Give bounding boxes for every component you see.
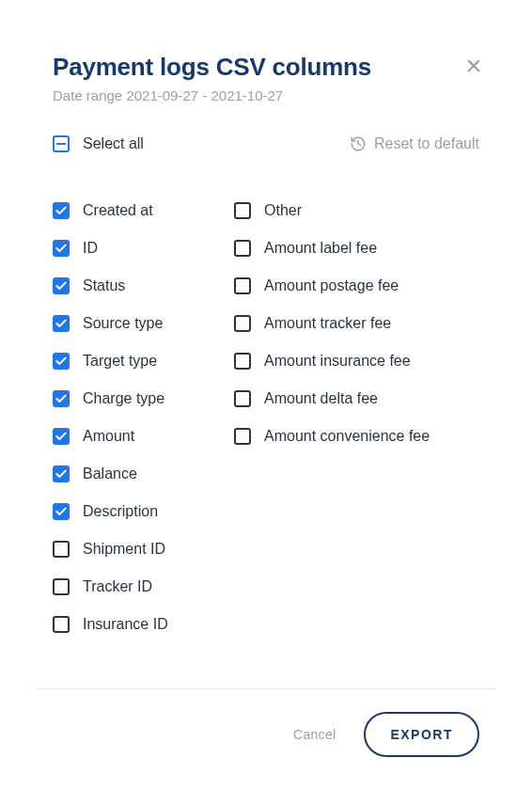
- column-checkbox-item[interactable]: Amount label fee: [234, 229, 479, 267]
- checkbox-unchecked-icon: [53, 578, 70, 595]
- checkbox-checked-icon: [53, 390, 70, 407]
- checkbox-checked-icon: [53, 466, 70, 482]
- checkbox-unchecked-icon: [53, 616, 70, 633]
- column-checkbox-label: Description: [83, 503, 158, 520]
- column-checkbox-label: Status: [83, 277, 125, 294]
- column-checkbox-label: Amount insurance fee: [264, 353, 411, 370]
- select-all-checkbox-indeterminate: [53, 135, 70, 152]
- column-checkbox-item[interactable]: Status: [53, 267, 234, 305]
- reset-label: Reset to default: [374, 135, 479, 152]
- column-checkbox-item[interactable]: Other: [234, 192, 479, 229]
- column-checkbox-label: Tracker ID: [83, 578, 152, 595]
- column-checkbox-item[interactable]: Target type: [53, 342, 234, 380]
- column-checkbox-label: Amount convenience fee: [264, 428, 430, 445]
- column-checkbox-item[interactable]: Amount: [53, 418, 234, 455]
- column-checkbox-item[interactable]: Shipment ID: [53, 530, 234, 568]
- checkbox-checked-icon: [53, 315, 70, 332]
- close-button[interactable]: [459, 51, 489, 81]
- checkbox-checked-icon: [53, 240, 70, 257]
- close-icon: [465, 57, 482, 74]
- column-checkbox-label: Amount tracker fee: [264, 315, 391, 332]
- column-checkbox-item[interactable]: Amount convenience fee: [234, 418, 479, 455]
- export-button[interactable]: EXPORT: [364, 712, 479, 757]
- checkbox-unchecked-icon: [234, 202, 251, 219]
- column-checkbox-item[interactable]: Insurance ID: [53, 606, 234, 643]
- dialog-footer: Cancel EXPORT: [53, 689, 479, 780]
- column-checkbox-item[interactable]: Description: [53, 493, 234, 530]
- cancel-button[interactable]: Cancel: [293, 727, 336, 742]
- history-icon: [350, 135, 367, 152]
- column-checkbox-item[interactable]: Balance: [53, 455, 234, 493]
- column-checkbox-item[interactable]: Amount delta fee: [234, 380, 479, 418]
- controls-row: Select all Reset to default: [53, 135, 479, 152]
- column-checkbox-item[interactable]: ID: [53, 229, 234, 267]
- column-checkbox-item[interactable]: Amount postage fee: [234, 267, 479, 305]
- dialog-header: Payment logs CSV columns Date range 2021…: [53, 53, 479, 103]
- select-all-toggle[interactable]: Select all: [53, 135, 144, 152]
- column-checkbox-label: Charge type: [83, 390, 164, 407]
- column-checkbox-label: Amount delta fee: [264, 390, 378, 407]
- column-checkbox-label: Insurance ID: [83, 616, 168, 633]
- column-checkbox-label: Balance: [83, 466, 137, 482]
- dialog-title: Payment logs CSV columns: [53, 53, 479, 82]
- checkbox-checked-icon: [53, 277, 70, 294]
- minus-icon: [56, 143, 66, 145]
- checkbox-unchecked-icon: [234, 353, 251, 370]
- columns-right: OtherAmount label feeAmount postage feeA…: [234, 192, 479, 643]
- checkbox-unchecked-icon: [234, 277, 251, 294]
- column-checkbox-item[interactable]: Amount tracker fee: [234, 305, 479, 342]
- column-checkbox-item[interactable]: Amount insurance fee: [234, 342, 479, 380]
- column-checkbox-label: Created at: [83, 202, 153, 219]
- column-checkbox-label: Source type: [83, 315, 163, 332]
- checkbox-checked-icon: [53, 202, 70, 219]
- column-checkbox-item[interactable]: Source type: [53, 305, 234, 342]
- columns-area: Created atIDStatusSource typeTarget type…: [53, 192, 479, 643]
- reset-to-default-button[interactable]: Reset to default: [350, 135, 479, 152]
- column-checkbox-label: Amount postage fee: [264, 277, 399, 294]
- checkbox-checked-icon: [53, 353, 70, 370]
- column-checkbox-label: Shipment ID: [83, 541, 165, 558]
- export-columns-dialog: Payment logs CSV columns Date range 2021…: [0, 0, 532, 780]
- column-checkbox-item[interactable]: Charge type: [53, 380, 234, 418]
- checkbox-checked-icon: [53, 428, 70, 445]
- checkbox-unchecked-icon: [234, 390, 251, 407]
- checkbox-checked-icon: [53, 503, 70, 520]
- column-checkbox-item[interactable]: Tracker ID: [53, 568, 234, 606]
- dialog-subtitle: Date range 2021-09-27 - 2021-10-27: [53, 87, 479, 103]
- select-all-label: Select all: [83, 135, 144, 152]
- checkbox-unchecked-icon: [53, 541, 70, 558]
- column-checkbox-label: Target type: [83, 353, 157, 370]
- column-checkbox-label: ID: [83, 240, 98, 257]
- columns-left: Created atIDStatusSource typeTarget type…: [53, 192, 234, 643]
- column-checkbox-label: Amount: [83, 428, 134, 445]
- column-checkbox-item[interactable]: Created at: [53, 192, 234, 229]
- checkbox-unchecked-icon: [234, 315, 251, 332]
- checkbox-unchecked-icon: [234, 428, 251, 445]
- column-checkbox-label: Amount label fee: [264, 240, 377, 257]
- checkbox-unchecked-icon: [234, 240, 251, 257]
- column-checkbox-label: Other: [264, 202, 302, 219]
